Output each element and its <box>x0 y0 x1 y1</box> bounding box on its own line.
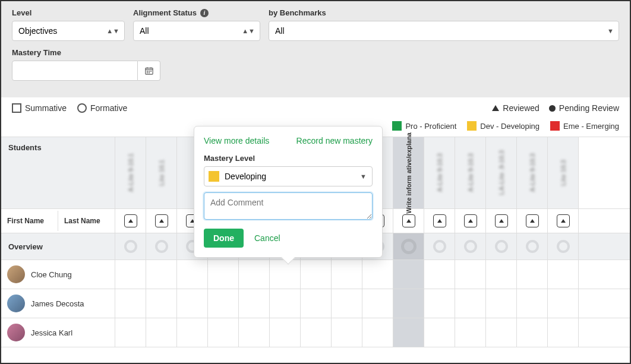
info-icon[interactable]: i <box>200 9 209 17</box>
mastery-cell[interactable] <box>548 318 579 347</box>
mastery-cell[interactable] <box>115 289 146 318</box>
mastery-cell[interactable] <box>393 289 424 318</box>
calendar-button[interactable] <box>138 61 160 81</box>
mastery-time-input[interactable] <box>12 61 138 81</box>
column-header[interactable]: A-Lite 9-10.3 <box>455 137 486 208</box>
mastery-cell[interactable] <box>301 260 332 289</box>
mastery-cell[interactable] <box>115 260 146 289</box>
sort-cell <box>115 209 146 233</box>
sort-button[interactable] <box>124 214 137 227</box>
mastery-cell[interactable] <box>332 289 362 318</box>
column-header[interactable]: Lite 10.3 <box>548 137 579 208</box>
swatch-yellow <box>467 121 477 131</box>
mastery-cell[interactable] <box>146 260 177 289</box>
arrow-up-icon <box>406 219 411 223</box>
done-button[interactable]: Done <box>204 229 244 248</box>
mastery-cell[interactable] <box>486 289 517 318</box>
mastery-cell[interactable] <box>486 260 517 289</box>
comment-textarea[interactable] <box>204 192 373 220</box>
filter-level: Level Objectives ▲▼ <box>12 8 125 41</box>
mastery-cell[interactable] <box>424 289 455 318</box>
cancel-button[interactable]: Cancel <box>254 233 280 243</box>
students-header: Students <box>1 137 115 208</box>
mastery-cell[interactable] <box>455 318 486 347</box>
summative-checkbox[interactable]: Summative <box>12 103 67 113</box>
mastery-cell[interactable] <box>301 289 332 318</box>
record-mastery-link[interactable]: Record new mastery <box>296 136 373 145</box>
mastery-cell[interactable] <box>146 318 177 347</box>
sort-button[interactable] <box>526 214 539 227</box>
alignment-select[interactable]: All <box>133 21 260 41</box>
mastery-cell[interactable] <box>239 260 270 289</box>
column-header[interactable]: A-Lite 9-10.1 <box>115 137 146 208</box>
sort-button[interactable] <box>464 214 477 227</box>
student-name-cell[interactable]: Jessica Karl <box>1 318 115 347</box>
column-header[interactable]: A-Lite 9-10.3 <box>517 137 548 208</box>
mastery-cell[interactable] <box>548 289 579 318</box>
mastery-cell[interactable] <box>332 260 362 289</box>
mastery-cell[interactable] <box>424 318 455 347</box>
mastery-cell[interactable] <box>455 289 486 318</box>
view-details-link[interactable]: View more details <box>204 136 269 145</box>
first-name-header[interactable]: First Name <box>1 211 58 231</box>
sort-cell <box>455 209 486 233</box>
arrow-up-icon <box>561 219 566 223</box>
status-developing: Dev - Developing <box>467 121 539 131</box>
sort-button[interactable] <box>557 214 570 227</box>
mastery-cell[interactable] <box>270 260 301 289</box>
benchmarks-select[interactable]: All <box>269 21 619 41</box>
filter-row-1: Level Objectives ▲▼ Alignment Status i A… <box>12 8 619 41</box>
circle-icon <box>549 105 556 112</box>
mastery-cell[interactable] <box>362 289 393 318</box>
mastery-level-label: Mastery Level <box>204 154 373 163</box>
sort-button[interactable] <box>402 214 415 227</box>
sort-cell <box>146 209 177 233</box>
mastery-cell[interactable] <box>270 289 301 318</box>
arrow-up-icon <box>499 219 504 223</box>
mastery-cell[interactable] <box>517 260 548 289</box>
mastery-cell[interactable] <box>177 260 208 289</box>
mastery-cell[interactable] <box>486 318 517 347</box>
mastery-cell[interactable] <box>301 318 332 347</box>
mastery-cell[interactable] <box>517 289 548 318</box>
mastery-cell[interactable] <box>177 289 208 318</box>
sort-button[interactable] <box>495 214 508 227</box>
column-header[interactable]: A-Lite 9-10.3 <box>424 137 455 208</box>
mastery-level-select[interactable]: Developing <box>204 166 373 186</box>
mastery-cell[interactable] <box>270 318 301 347</box>
mastery-cell[interactable] <box>239 318 270 347</box>
mastery-cell[interactable] <box>239 289 270 318</box>
mastery-cell[interactable] <box>362 318 393 347</box>
level-swatch <box>209 171 219 182</box>
arrow-up-icon <box>468 219 473 223</box>
mastery-cell[interactable] <box>146 289 177 318</box>
mastery-cell[interactable] <box>115 318 146 347</box>
pending-legend: Pending Review <box>549 103 619 113</box>
status-emerging: Eme - Emerging <box>550 121 619 131</box>
level-select[interactable]: Objectives <box>12 21 125 41</box>
student-name-cell[interactable]: Cloe Chung <box>1 260 115 289</box>
mastery-cell[interactable] <box>177 318 208 347</box>
formative-radio[interactable]: Formative <box>77 103 127 113</box>
mastery-cell[interactable] <box>208 289 239 318</box>
mastery-cell[interactable] <box>332 318 362 347</box>
mastery-cell[interactable] <box>393 260 424 289</box>
last-name-header[interactable]: Last Name <box>58 211 115 231</box>
mastery-cell[interactable] <box>393 318 424 347</box>
mastery-cell[interactable] <box>424 260 455 289</box>
column-header[interactable]: Write inform ative/explana <box>393 137 424 208</box>
student-row: James Decosta <box>1 289 630 318</box>
mastery-cell[interactable] <box>548 260 579 289</box>
sort-button[interactable] <box>433 214 446 227</box>
mastery-cell[interactable] <box>208 318 239 347</box>
mastery-cell[interactable] <box>362 260 393 289</box>
column-label: LA-Lite .9-10.3 <box>498 150 505 195</box>
mastery-cell[interactable] <box>208 260 239 289</box>
column-header[interactable]: Lite 10.1 <box>146 137 177 208</box>
column-header[interactable]: LA-Lite .9-10.3 <box>486 137 517 208</box>
student-name-cell[interactable]: James Decosta <box>1 289 115 318</box>
svg-rect-8 <box>149 72 150 74</box>
sort-button[interactable] <box>155 214 168 227</box>
mastery-cell[interactable] <box>517 318 548 347</box>
mastery-cell[interactable] <box>455 260 486 289</box>
